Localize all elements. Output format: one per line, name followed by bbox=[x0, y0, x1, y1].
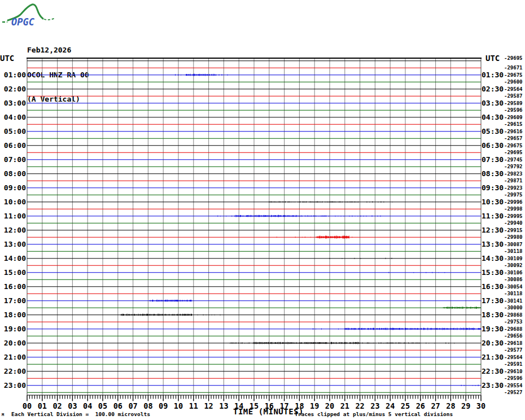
row-mean-value: -30106 bbox=[504, 270, 523, 275]
row-mean-value: -29975 bbox=[504, 192, 523, 198]
right-time-label: 08:30 bbox=[482, 169, 504, 178]
x-axis-tick-label: 04 bbox=[83, 401, 92, 410]
row-mean-value: -30141 bbox=[504, 298, 523, 304]
row-mean-value: -29753 bbox=[504, 319, 523, 325]
x-axis-tick-label: 11 bbox=[189, 401, 198, 410]
row-mean-value: -29618 bbox=[504, 340, 523, 346]
row-mean-value: -29980 bbox=[504, 234, 523, 240]
left-time-label: 11:00 bbox=[4, 212, 26, 220]
x-axis-tick-label: 24 bbox=[386, 401, 395, 410]
row-mean-value: -29589 bbox=[504, 100, 523, 106]
right-time-label: 16:30 bbox=[482, 282, 504, 291]
right-time-label: 20:30 bbox=[482, 339, 504, 347]
left-time-label: 04:00 bbox=[4, 113, 26, 121]
helicorder-plot: 0001020304050607080910111213141516171819… bbox=[0, 0, 525, 420]
row-mean-value: -29657 bbox=[504, 135, 523, 141]
right-time-label: 07:30 bbox=[482, 155, 504, 164]
right-time-label: 15:30 bbox=[482, 268, 504, 277]
row-mean-value: -29923 bbox=[504, 185, 523, 191]
right-time-label: 18:30 bbox=[482, 310, 504, 319]
left-time-label: 06:00 bbox=[4, 141, 26, 150]
x-axis-tick-label: 05 bbox=[98, 401, 107, 410]
left-time-label: 01:00 bbox=[4, 71, 26, 79]
x-axis-tick-label: 23 bbox=[370, 401, 379, 410]
x-axis-tick-label: 27 bbox=[431, 401, 440, 410]
row-mean-value: -30092 bbox=[504, 262, 523, 268]
x-axis-tick-label: 07 bbox=[128, 401, 137, 410]
trace-activity-burst bbox=[150, 300, 192, 302]
x-axis-title: TIME (MINUTES) bbox=[233, 407, 304, 416]
x-axis-tick-label: 00 bbox=[23, 401, 32, 410]
row-mean-value: -29596 bbox=[504, 107, 523, 113]
left-time-label: 17:00 bbox=[4, 296, 26, 305]
row-mean-value: -29577 bbox=[504, 347, 523, 353]
row-mean-value: -29995 bbox=[504, 213, 523, 219]
left-time-label: 18:00 bbox=[4, 310, 26, 319]
row-mean-value: -29868 bbox=[504, 312, 523, 318]
row-mean-value: -29688 bbox=[504, 326, 523, 332]
row-mean-value: -29564 bbox=[504, 355, 523, 360]
left-time-label: 12:00 bbox=[4, 226, 26, 234]
x-axis-tick-label: 25 bbox=[401, 401, 410, 410]
row-mean-value: -29610 bbox=[504, 369, 523, 374]
row-mean-value: -29596 bbox=[504, 375, 523, 381]
row-mean-value: -30087 bbox=[504, 242, 523, 247]
left-time-label: 21:00 bbox=[4, 353, 26, 361]
row-mean-value: -29998 bbox=[504, 206, 523, 212]
left-time-label: 03:00 bbox=[4, 99, 26, 107]
x-axis-tick-label: 09 bbox=[159, 401, 168, 410]
x-axis-tick-label: 06 bbox=[113, 401, 123, 410]
trace-activity-burst bbox=[443, 307, 480, 309]
row-mean-value: -29675 bbox=[504, 143, 523, 148]
left-time-label: 13:00 bbox=[4, 240, 26, 248]
left-time-label: 23:00 bbox=[4, 381, 26, 390]
x-axis-tick-label: 13 bbox=[219, 401, 228, 410]
row-mean-value: -30118 bbox=[504, 291, 523, 296]
x-axis-tick-label: 26 bbox=[416, 401, 425, 410]
right-time-label: 17:30 bbox=[482, 296, 504, 305]
row-mean-value: -29616 bbox=[504, 129, 523, 134]
row-mean-value: -29587 bbox=[504, 93, 523, 99]
right-time-label: 04:30 bbox=[482, 113, 504, 121]
row-mean-value: -29615 bbox=[504, 121, 523, 127]
right-time-label: 14:30 bbox=[482, 254, 504, 262]
row-mean-value: -29871 bbox=[504, 178, 523, 183]
left-time-label: 05:00 bbox=[4, 127, 26, 135]
vertical-division-note: Each Vertical Division = 100.00 microvol… bbox=[11, 411, 150, 417]
right-time-label: 02:30 bbox=[482, 85, 504, 93]
row-mean-value: -29609 bbox=[504, 115, 523, 120]
right-time-label: 09:30 bbox=[482, 183, 504, 192]
row-mean-value: -30086 bbox=[504, 277, 523, 282]
right-time-label: 19:30 bbox=[482, 325, 504, 333]
row-mean-value: -29600 bbox=[504, 79, 523, 85]
row-mean-value: -29591 bbox=[504, 361, 523, 367]
row-mean-value: -29675 bbox=[504, 72, 523, 78]
right-time-label: 23:30 bbox=[482, 381, 504, 390]
left-time-label: 22:00 bbox=[4, 367, 26, 375]
right-time-label: 10:30 bbox=[482, 198, 504, 206]
x-axis-tick-label: 20 bbox=[325, 401, 334, 410]
right-time-label: 22:30 bbox=[482, 367, 504, 375]
right-time-label: 01:30 bbox=[482, 71, 504, 79]
x-axis-tick-label: 22 bbox=[355, 401, 364, 410]
right-time-label: 03:30 bbox=[482, 99, 504, 107]
row-mean-value: -29745 bbox=[504, 157, 523, 163]
left-time-label: 15:00 bbox=[4, 268, 26, 277]
left-time-label: 14:00 bbox=[4, 254, 26, 262]
x-axis-tick-label: 19 bbox=[310, 401, 319, 410]
row-mean-value: -29695 bbox=[504, 55, 523, 61]
clipping-note: Traces clipped at plus/minus 5 vertical … bbox=[295, 411, 453, 417]
right-time-label: 21:30 bbox=[482, 353, 504, 361]
x-axis-tick-label: 29 bbox=[461, 401, 470, 410]
row-mean-value: -29554 bbox=[504, 383, 523, 388]
x-axis-tick-label: 28 bbox=[446, 401, 455, 410]
row-mean-value: -30109 bbox=[504, 256, 523, 261]
left-time-label: 02:00 bbox=[4, 85, 26, 93]
row-mean-value: -29695 bbox=[504, 150, 523, 155]
right-time-label: 06:30 bbox=[482, 141, 504, 150]
left-time-label: 10:00 bbox=[4, 198, 26, 206]
left-time-label: 19:00 bbox=[4, 325, 26, 333]
x-axis-tick-label: 21 bbox=[340, 401, 349, 410]
row-mean-value: -29996 bbox=[504, 199, 523, 205]
x-axis-tick-label: 03 bbox=[68, 401, 77, 410]
